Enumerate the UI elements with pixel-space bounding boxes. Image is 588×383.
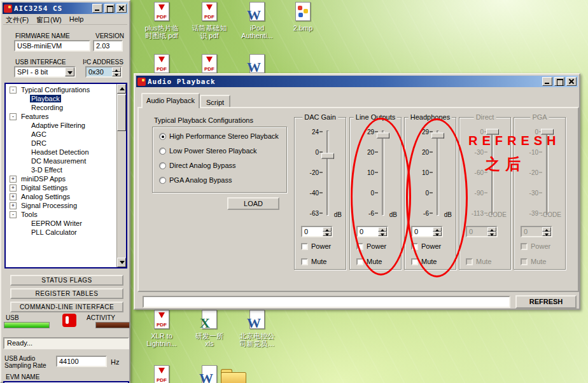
- spin-down-icon[interactable]: [433, 232, 442, 236]
- command-line-interface-button[interactable]: COMMAND-LINE INTERFACE: [10, 302, 123, 312]
- checkbox-icon[interactable]: [301, 258, 308, 265]
- tree-item-recording[interactable]: Recording: [7, 103, 116, 112]
- firmware-name-field[interactable]: USB-miniEVM: [14, 40, 90, 52]
- scrollbar-thumb[interactable]: [117, 94, 126, 131]
- desktop-icon-folder[interactable]: [219, 367, 249, 383]
- spin-down-icon[interactable]: [112, 72, 121, 76]
- radio-high-performance[interactable]: High Performance Stereo Playback: [159, 132, 279, 140]
- tree-item-3d-effect[interactable]: 3-D Effect: [7, 165, 116, 174]
- tree-item-analog-settings[interactable]: +Analog Settings: [7, 192, 116, 201]
- tree-item-tools[interactable]: -Tools: [7, 210, 116, 219]
- checkbox-icon[interactable]: [356, 243, 363, 250]
- tree-item-signal-processing[interactable]: +Signal Processing: [7, 201, 116, 210]
- desktop-icon-bmp[interactable]: 2.bmp: [283, 2, 323, 32]
- main-title-bar[interactable]: AIC3254 CS: [3, 3, 128, 14]
- spin-down-icon[interactable]: [378, 232, 387, 236]
- tree-expand-icon[interactable]: +: [10, 202, 17, 209]
- version-field[interactable]: 2.03: [93, 40, 123, 52]
- line-outputs-slider[interactable]: 29 20 10 0 -6 dB: [354, 128, 398, 221]
- command-input[interactable]: [143, 296, 510, 308]
- desktop-icon-pdf-5[interactable]: PDF: [141, 365, 182, 383]
- tree-expand-icon[interactable]: +: [10, 193, 17, 200]
- checkbox-icon[interactable]: [411, 258, 418, 265]
- desktop-icon-pdf-xlr[interactable]: PDF XLR to Lightnin...: [141, 310, 182, 347]
- slider-track: [382, 130, 384, 216]
- tree-item-eeprom-writer[interactable]: EEPROM Writer: [7, 219, 116, 228]
- i2c-address-spinner[interactable]: 0x30: [85, 66, 122, 78]
- usb-interface-select[interactable]: SPI - 8 bit: [14, 66, 76, 78]
- tab-script[interactable]: Script: [200, 95, 230, 108]
- headphones-power-checkbox[interactable]: Power: [411, 242, 441, 250]
- headphones-mute-checkbox[interactable]: Mute: [411, 258, 437, 265]
- spin-down-icon[interactable]: [323, 232, 332, 236]
- dac-gain-spinner[interactable]: 0: [301, 226, 333, 237]
- radio-low-power[interactable]: Low Power Stereo Playback: [159, 147, 257, 155]
- checkbox-icon[interactable]: [411, 243, 418, 250]
- headphones-spinner[interactable]: 0: [411, 226, 443, 237]
- tree-expand-icon[interactable]: +: [10, 185, 17, 192]
- menu-help[interactable]: Help: [69, 15, 84, 24]
- minimize-button[interactable]: [542, 77, 552, 86]
- checkbox-icon[interactable]: [356, 258, 363, 265]
- line-power-checkbox[interactable]: Power: [356, 242, 386, 250]
- minimize-button[interactable]: [92, 4, 102, 13]
- desktop-icon-pdf-2[interactable]: PDF 话筒基础知 识 pdf: [189, 2, 230, 39]
- headphones-slider[interactable]: 29 20 10 0 -6 dB: [409, 128, 453, 221]
- tree-item-agc[interactable]: AGC: [7, 130, 116, 139]
- desktop-icon-excel[interactable]: X 研发一所 xls: [189, 310, 230, 347]
- spin-up-icon[interactable]: [323, 227, 332, 232]
- scroll-down-icon[interactable]: [117, 258, 126, 267]
- desktop-icon-word-3[interactable]: W 北京电控公 司新党员…: [237, 310, 277, 347]
- close-button[interactable]: [566, 77, 577, 86]
- tree-collapse-icon[interactable]: -: [10, 113, 17, 120]
- tree-item-features[interactable]: -Features: [7, 112, 116, 121]
- radio-pga-analog-bypass[interactable]: PGA Analog Bypass: [159, 176, 232, 184]
- tree-collapse-icon[interactable]: -: [10, 87, 17, 94]
- tree-collapse-icon[interactable]: -: [10, 211, 17, 218]
- tree-item-pll-calculator[interactable]: PLL Calculator: [7, 228, 116, 237]
- tree-scrollbar[interactable]: [116, 84, 126, 267]
- maximize-button[interactable]: [104, 4, 115, 13]
- dac-power-checkbox[interactable]: Power: [301, 242, 331, 250]
- close-button[interactable]: [116, 4, 127, 13]
- radio-selected-icon[interactable]: [159, 133, 166, 140]
- maximize-button[interactable]: [554, 77, 564, 86]
- tab-audio-playback[interactable]: Audio Playback: [141, 93, 200, 108]
- tree-item-headset-detection[interactable]: Headset Detection: [7, 148, 116, 157]
- checkbox-icon[interactable]: [301, 243, 308, 250]
- tree-item-adaptive-filtering[interactable]: Adaptive Filtering: [7, 121, 116, 130]
- radio-direct-analog-bypass[interactable]: Direct Analog Bypass: [159, 162, 236, 169]
- refresh-button[interactable]: REFRESH: [515, 295, 577, 309]
- tree-item-dc-measurement[interactable]: DC Measurement: [7, 157, 116, 165]
- slider-thumb[interactable]: [321, 153, 334, 158]
- line-mute-checkbox[interactable]: Mute: [356, 258, 382, 265]
- playback-title-bar[interactable]: Audio Playback: [136, 76, 578, 87]
- radio-icon[interactable]: [159, 162, 166, 169]
- scroll-up-icon[interactable]: [117, 84, 126, 94]
- desktop-icon-word-1[interactable]: W iPod Authenti...: [237, 2, 277, 39]
- spin-up-icon[interactable]: [378, 227, 387, 232]
- menu-window[interactable]: 窗口(W): [36, 15, 62, 24]
- register-tables-button[interactable]: REGISTER TABLES: [10, 288, 123, 299]
- status-flags-button[interactable]: STATUS FLAGS: [10, 275, 123, 286]
- sampling-rate-field[interactable]: 44100: [56, 356, 107, 367]
- line-outputs-spinner[interactable]: 0: [356, 226, 388, 237]
- tree-expand-icon[interactable]: +: [10, 176, 17, 183]
- slider-thumb[interactable]: [431, 132, 444, 138]
- spin-up-icon[interactable]: [112, 67, 121, 72]
- tree-item-typical-configurations[interactable]: -Typical Configurations: [7, 85, 116, 94]
- desktop-icon-pdf-1[interactable]: PDF plus热片临 时图纸 pdf: [141, 2, 182, 39]
- spin-up-icon[interactable]: [433, 227, 442, 232]
- tree-item-playback[interactable]: Playback: [7, 94, 116, 103]
- dac-mute-checkbox[interactable]: Mute: [301, 258, 326, 265]
- dropdown-arrow-icon[interactable]: [65, 67, 74, 76]
- radio-icon[interactable]: [159, 148, 166, 155]
- load-button[interactable]: LOAD: [227, 197, 279, 210]
- menu-file[interactable]: 文件(F): [6, 15, 29, 24]
- tree-item-minidsp-apps[interactable]: +miniDSP Apps: [7, 174, 116, 183]
- tree-item-digital-settings[interactable]: +Digital Settings: [7, 183, 116, 192]
- dac-gain-slider[interactable]: 24 0 -20 -40 -63 dB: [298, 128, 343, 221]
- slider-thumb[interactable]: [377, 132, 389, 138]
- tree-item-drc[interactable]: DRC: [7, 139, 116, 148]
- radio-icon[interactable]: [159, 177, 166, 184]
